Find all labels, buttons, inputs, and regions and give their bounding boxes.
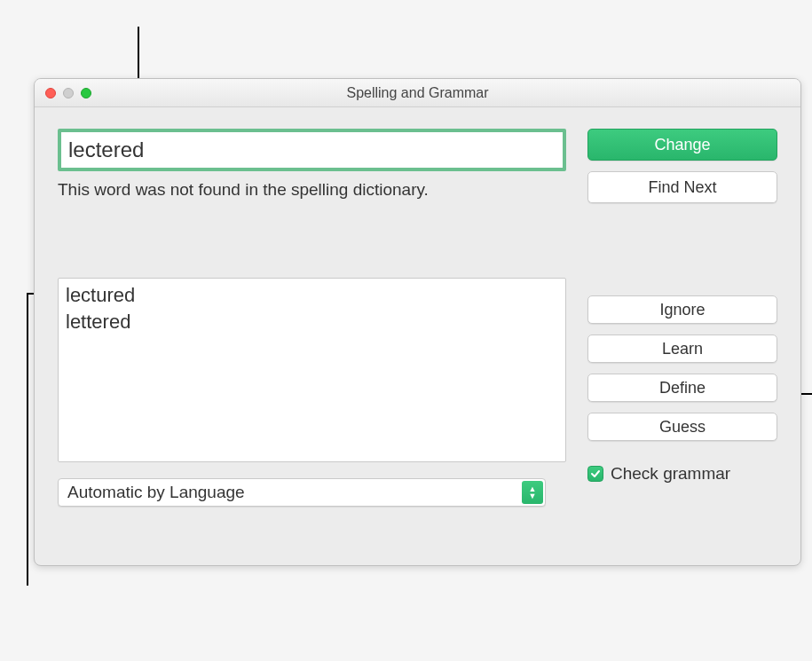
- find-next-button[interactable]: Find Next: [587, 171, 777, 203]
- check-grammar-label: Check grammar: [611, 464, 730, 484]
- callout-line: [27, 293, 28, 586]
- ignore-button[interactable]: Ignore: [587, 295, 777, 324]
- language-select[interactable]: Automatic by Language ▲▼: [58, 478, 546, 507]
- spacer: [58, 200, 566, 278]
- spelling-grammar-window: Spelling and Grammar This word was not f…: [34, 78, 801, 566]
- close-window-icon[interactable]: [45, 88, 56, 98]
- maximize-window-icon[interactable]: [81, 88, 91, 98]
- check-grammar-row: Check grammar: [587, 464, 777, 484]
- checkmark-icon: [590, 468, 601, 479]
- status-message: This word was not found in the spelling …: [58, 180, 566, 200]
- updown-arrows-icon: ▲▼: [522, 481, 543, 504]
- suggestion-item[interactable]: lectured: [66, 282, 558, 309]
- button-stack: Ignore Learn Define Guess: [587, 295, 777, 441]
- misspelled-word-input[interactable]: [58, 129, 566, 171]
- guess-button[interactable]: Guess: [587, 413, 777, 441]
- spacer: [587, 203, 777, 295]
- traffic-lights: [35, 88, 91, 98]
- suggestions-list[interactable]: lectured lettered: [58, 278, 566, 462]
- window-title: Spelling and Grammar: [35, 85, 800, 101]
- language-select-value: Automatic by Language: [67, 483, 245, 502]
- check-grammar-checkbox[interactable]: [587, 466, 603, 482]
- define-button[interactable]: Define: [587, 374, 777, 402]
- content-area: This word was not found in the spelling …: [35, 107, 800, 524]
- suggestion-item[interactable]: lettered: [66, 309, 558, 335]
- left-column: This word was not found in the spelling …: [58, 129, 566, 507]
- titlebar: Spelling and Grammar: [35, 79, 800, 107]
- learn-button[interactable]: Learn: [587, 334, 777, 363]
- change-button[interactable]: Change: [587, 129, 777, 161]
- minimize-window-icon[interactable]: [63, 88, 74, 98]
- right-column: Change Find Next Ignore Learn Define Gue…: [587, 129, 777, 507]
